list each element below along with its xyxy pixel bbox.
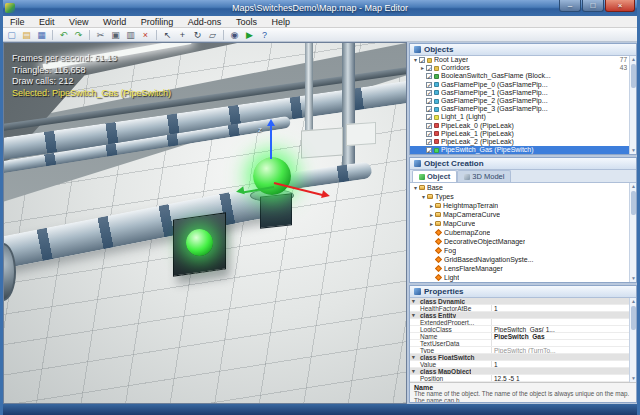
property-category-entity[interactable]: ▾ class Entity bbox=[410, 312, 629, 319]
pipe-continuation[interactable] bbox=[285, 161, 373, 190]
visibility-checkbox[interactable] bbox=[426, 106, 432, 112]
property-value[interactable]: 1 bbox=[492, 305, 629, 311]
collapse-icon[interactable]: ▾ bbox=[410, 368, 417, 374]
expander-icon[interactable]: ▾ bbox=[420, 193, 427, 201]
open-file-icon[interactable]: ▤ bbox=[20, 29, 33, 41]
property-row-logicclass[interactable]: LogicClass PipeSwitch_Gas( 1... bbox=[410, 326, 629, 333]
creation-item-mapcameracurve[interactable]: ▸ MapCameraCurve bbox=[410, 210, 629, 219]
creation-item-fog[interactable]: Fog bbox=[410, 246, 629, 255]
menu-file[interactable]: File bbox=[4, 16, 31, 28]
property-value[interactable]: 12.5 -5 1 bbox=[492, 375, 629, 381]
scroll-up-icon[interactable]: ▲ bbox=[630, 56, 637, 63]
creation-item-heightmapterrain[interactable]: ▸ HeightmapTerrain bbox=[410, 201, 629, 210]
creation-item-types[interactable]: ▾ Types bbox=[410, 192, 629, 201]
menu-help[interactable]: Help bbox=[265, 16, 296, 28]
menu-addons[interactable]: Add-ons bbox=[182, 16, 228, 28]
scroll-up-icon[interactable]: ▲ bbox=[630, 183, 637, 190]
scale-mode-icon[interactable]: ▱ bbox=[206, 29, 219, 41]
visibility-checkbox[interactable] bbox=[426, 65, 432, 71]
creation-item-gridbasednavigation[interactable]: GridBasedNavigationSyste... bbox=[410, 255, 629, 264]
creation-item-decorativeobjectmanager[interactable]: DecorativeObjectManager bbox=[410, 237, 629, 246]
foreground-pipe[interactable] bbox=[3, 183, 282, 271]
help-icon[interactable]: ? bbox=[258, 29, 271, 41]
tree-item-gasflamepipe-3[interactable]: GasFlamePipe_3 (GasFlamePip... bbox=[410, 105, 629, 113]
scroll-up-icon[interactable]: ▲ bbox=[630, 298, 637, 305]
scroll-down-icon[interactable]: ▼ bbox=[630, 147, 637, 154]
menu-edit[interactable]: Edit bbox=[33, 16, 61, 28]
tree-item-pipeleak-2[interactable]: PipeLeak_2 (PipeLeak) bbox=[410, 138, 629, 146]
visibility-checkbox[interactable] bbox=[426, 131, 432, 137]
expander-icon[interactable]: ▾ bbox=[412, 56, 419, 64]
properties-scrollbar[interactable]: ▲ ▼ bbox=[629, 298, 636, 382]
visibility-checkbox[interactable] bbox=[426, 147, 432, 153]
menu-tools[interactable]: Tools bbox=[230, 16, 263, 28]
undo-icon[interactable]: ↶ bbox=[57, 29, 70, 41]
collapse-icon[interactable]: ▾ bbox=[410, 354, 417, 360]
tree-item-gasflamepipe-1[interactable]: GasFlamePipe_1 (GasFlamePip... bbox=[410, 89, 629, 97]
new-file-icon[interactable]: ▢ bbox=[5, 29, 18, 41]
run-simulation-icon[interactable]: ▶ bbox=[243, 29, 256, 41]
property-row-value[interactable]: Value 1 bbox=[410, 361, 629, 368]
tree-item-gasflamepipe-0[interactable]: GasFlamePipe_0 (GasFlamePip... bbox=[410, 81, 629, 89]
move-mode-icon[interactable]: + bbox=[176, 29, 189, 41]
visibility-checkbox[interactable] bbox=[426, 139, 432, 145]
object-creation-header[interactable]: Object Creation bbox=[410, 158, 636, 170]
crate-2[interactable] bbox=[346, 122, 376, 146]
tab-object[interactable]: Object bbox=[412, 170, 457, 182]
properties-header[interactable]: Properties bbox=[410, 286, 636, 298]
property-value[interactable]: PipeSwitch_Gas bbox=[492, 333, 629, 339]
title-bar[interactable]: Maps\SwitchesDemo\Map.map - Map Editor –… bbox=[0, 0, 640, 16]
redo-icon[interactable]: ↷ bbox=[72, 29, 85, 41]
visibility-checkbox[interactable] bbox=[426, 123, 432, 129]
property-row-name[interactable]: Name PipeSwitch_Gas bbox=[410, 333, 629, 340]
tree-item-root-layer[interactable]: ▾ Root Layer 77 bbox=[410, 56, 629, 64]
tab-3d-model[interactable]: 3D Model bbox=[457, 170, 511, 182]
tree-item-booleanswitch[interactable]: BooleanSwitch_GasFlame (Block... bbox=[410, 72, 629, 80]
scroll-down-icon[interactable]: ▼ bbox=[630, 375, 637, 382]
expander-icon[interactable]: ▸ bbox=[428, 220, 435, 228]
menu-profiling[interactable]: Profiling bbox=[135, 16, 180, 28]
maximize-button[interactable]: □ bbox=[582, 0, 604, 12]
property-category-dynamic[interactable]: ▾ class Dynamic bbox=[410, 298, 629, 305]
camera-icon[interactable]: ◉ bbox=[228, 29, 241, 41]
scroll-thumb[interactable] bbox=[631, 306, 636, 330]
crate[interactable] bbox=[301, 128, 343, 159]
property-value[interactable]: 1 bbox=[492, 361, 629, 367]
tree-item-pipeleak-0[interactable]: PipeLeak_0 (PipeLeak) bbox=[410, 122, 629, 130]
save-icon[interactable]: ▦ bbox=[35, 29, 48, 41]
collapse-icon[interactable]: ▾ bbox=[410, 312, 417, 318]
scroll-thumb[interactable] bbox=[631, 191, 636, 215]
visibility-checkbox[interactable] bbox=[426, 73, 432, 79]
tree-item-gasflamepipe-2[interactable]: GasFlamePipe_2 (GasFlamePip... bbox=[410, 97, 629, 105]
expander-icon[interactable]: ▸ bbox=[428, 202, 435, 210]
expander-icon[interactable]: ▾ bbox=[412, 184, 419, 192]
delete-icon[interactable]: × bbox=[139, 29, 152, 41]
expander-icon[interactable]: ▸ bbox=[419, 64, 426, 72]
tree-item-pipeswitch-gas[interactable]: PipeSwitch_Gas (PipeSwitch) bbox=[410, 146, 629, 154]
visibility-checkbox[interactable] bbox=[426, 114, 432, 120]
rotate-mode-icon[interactable]: ↻ bbox=[191, 29, 204, 41]
menu-world[interactable]: World bbox=[97, 16, 132, 28]
visibility-checkbox[interactable] bbox=[419, 57, 425, 63]
property-row-extendedproperties[interactable]: ExtendedPropert... bbox=[410, 319, 629, 326]
expander-icon[interactable]: ▸ bbox=[428, 211, 435, 219]
scroll-thumb[interactable] bbox=[631, 64, 636, 88]
property-row-textuserdata[interactable]: TextUserData bbox=[410, 340, 629, 347]
visibility-checkbox[interactable] bbox=[426, 90, 432, 96]
property-value[interactable]: PipeSwitch_Gas( 1... bbox=[492, 326, 629, 332]
creation-scrollbar[interactable]: ▲ ▼ bbox=[629, 183, 636, 282]
property-row-healthfactor[interactable]: HealthFactorAtBe 1 bbox=[410, 305, 629, 312]
property-row-position[interactable]: Position 12.5 -5 1 bbox=[410, 375, 629, 382]
creation-item-light[interactable]: Light bbox=[410, 273, 629, 282]
menu-view[interactable]: View bbox=[63, 16, 94, 28]
copy-icon[interactable]: ▣ bbox=[109, 29, 122, 41]
property-row-type[interactable]: Type PipeSwitch (TurnTo... bbox=[410, 347, 629, 354]
close-button[interactable]: × bbox=[605, 0, 635, 12]
visibility-checkbox[interactable] bbox=[426, 82, 432, 88]
property-value[interactable] bbox=[492, 319, 629, 325]
gizmo-z-axis[interactable] bbox=[270, 125, 272, 159]
scroll-down-icon[interactable]: ▼ bbox=[630, 275, 637, 282]
minimize-button[interactable]: – bbox=[559, 0, 581, 12]
collapse-icon[interactable]: ▾ bbox=[410, 298, 417, 304]
creation-item-mapcurve[interactable]: ▸ MapCurve bbox=[410, 219, 629, 228]
